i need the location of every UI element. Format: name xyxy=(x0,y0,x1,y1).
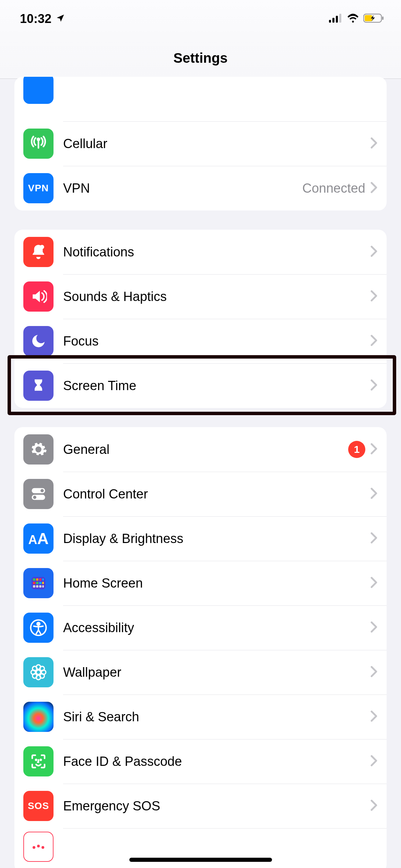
settings-row-home-screen[interactable]: Home Screen xyxy=(14,561,387,605)
chevron-right-icon xyxy=(370,335,378,348)
status-bar: 10:32 xyxy=(0,0,401,38)
svg-point-37 xyxy=(36,759,37,760)
svg-rect-20 xyxy=(39,582,42,584)
svg-point-41 xyxy=(42,846,44,849)
toggle-switches-icon xyxy=(23,479,54,509)
moon-icon xyxy=(23,326,54,356)
settings-label: Display & Brightness xyxy=(63,531,370,546)
speaker-icon xyxy=(23,281,54,312)
settings-group-connectivity: Cellular VPN VPN Connected xyxy=(14,77,387,210)
settings-label: Sounds & Haptics xyxy=(63,289,370,304)
svg-rect-22 xyxy=(33,585,35,588)
svg-rect-1 xyxy=(332,18,334,23)
svg-rect-0 xyxy=(329,20,331,23)
svg-point-38 xyxy=(40,759,41,760)
chevron-right-icon xyxy=(370,666,378,679)
settings-row-focus[interactable]: Focus xyxy=(14,319,387,363)
chevron-right-icon xyxy=(370,137,378,150)
siri-icon xyxy=(23,702,54,732)
svg-rect-14 xyxy=(33,578,35,581)
home-indicator[interactable] xyxy=(129,858,272,862)
settings-label: Screen Time xyxy=(63,378,370,393)
settings-row-notifications[interactable]: Notifications xyxy=(14,230,387,274)
svg-point-7 xyxy=(37,138,39,141)
notification-badge: 1 xyxy=(348,441,365,458)
settings-label: Focus xyxy=(63,334,370,349)
settings-label: Home Screen xyxy=(63,576,370,591)
settings-row-display[interactable]: AA Display & Brightness xyxy=(14,516,387,561)
svg-point-40 xyxy=(37,845,40,847)
vpn-icon: VPN xyxy=(23,173,54,203)
settings-row-partial-top[interactable] xyxy=(14,77,387,121)
svg-rect-6 xyxy=(365,15,372,21)
app-grid-icon xyxy=(23,568,54,598)
accessibility-icon xyxy=(23,613,54,643)
battery-charging-icon xyxy=(363,13,384,24)
settings-row-general[interactable]: General 1 xyxy=(14,427,387,472)
chevron-right-icon xyxy=(370,532,378,545)
settings-group-alerts: Notifications Sounds & Haptics Focus Scr… xyxy=(14,230,387,408)
settings-label: Wallpaper xyxy=(63,665,370,680)
dots-icon xyxy=(23,832,54,862)
location-arrow-icon xyxy=(56,12,65,26)
svg-rect-24 xyxy=(39,585,42,588)
chevron-right-icon xyxy=(370,379,378,392)
antenna-icon xyxy=(23,129,54,159)
svg-rect-15 xyxy=(36,578,38,581)
chevron-right-icon xyxy=(370,487,378,501)
settings-label: Cellular xyxy=(63,136,370,151)
settings-label: Face ID & Passcode xyxy=(63,754,370,769)
wifi-icon xyxy=(347,14,359,24)
settings-row-control-center[interactable]: Control Center xyxy=(14,472,387,516)
settings-row-siri[interactable]: Siri & Search xyxy=(14,695,387,739)
text-size-icon: AA xyxy=(23,523,54,554)
cellular-signal-icon xyxy=(329,14,343,24)
chevron-right-icon xyxy=(370,755,378,768)
chevron-right-icon xyxy=(370,182,378,195)
svg-rect-3 xyxy=(339,14,341,23)
settings-row-accessibility[interactable]: Accessibility xyxy=(14,605,387,650)
svg-rect-21 xyxy=(42,582,44,584)
svg-rect-18 xyxy=(33,582,35,584)
svg-rect-17 xyxy=(42,578,44,581)
svg-point-28 xyxy=(36,670,41,675)
svg-point-10 xyxy=(40,489,44,492)
gear-icon xyxy=(23,434,54,465)
settings-row-sounds[interactable]: Sounds & Haptics xyxy=(14,274,387,319)
svg-point-8 xyxy=(40,245,44,249)
face-id-icon xyxy=(23,746,54,776)
hourglass-icon xyxy=(23,371,54,401)
settings-label: Control Center xyxy=(63,487,370,502)
settings-row-sos[interactable]: SOS Emergency SOS xyxy=(14,784,387,828)
flower-icon xyxy=(23,657,54,687)
chevron-right-icon xyxy=(370,799,378,812)
square-icon xyxy=(23,77,54,104)
chevron-right-icon xyxy=(370,245,378,258)
svg-rect-16 xyxy=(39,578,42,581)
settings-row-vpn[interactable]: VPN VPN Connected xyxy=(14,166,387,210)
page-header: Settings xyxy=(0,38,401,79)
svg-rect-5 xyxy=(382,16,384,20)
settings-label: Emergency SOS xyxy=(63,799,370,813)
status-time: 10:32 xyxy=(20,12,51,26)
settings-row-screentime[interactable]: Screen Time xyxy=(14,363,387,408)
chevron-right-icon xyxy=(370,621,378,634)
settings-label: Accessibility xyxy=(63,620,370,635)
svg-point-12 xyxy=(33,496,36,499)
settings-label: Siri & Search xyxy=(63,710,370,724)
settings-row-cellular[interactable]: Cellular xyxy=(14,121,387,166)
svg-point-39 xyxy=(33,846,35,849)
chevron-right-icon xyxy=(370,710,378,723)
settings-row-faceid[interactable]: Face ID & Passcode xyxy=(14,739,387,784)
chevron-right-icon xyxy=(370,443,378,456)
settings-label: General xyxy=(63,442,348,457)
settings-row-wallpaper[interactable]: Wallpaper xyxy=(14,650,387,695)
bell-icon xyxy=(23,237,54,267)
settings-row-partial-bottom[interactable] xyxy=(14,828,387,868)
page-title: Settings xyxy=(174,50,228,66)
svg-rect-2 xyxy=(336,16,338,23)
settings-value: Connected xyxy=(302,181,365,196)
svg-rect-25 xyxy=(42,585,44,588)
svg-point-27 xyxy=(37,623,40,625)
svg-rect-19 xyxy=(36,582,38,584)
